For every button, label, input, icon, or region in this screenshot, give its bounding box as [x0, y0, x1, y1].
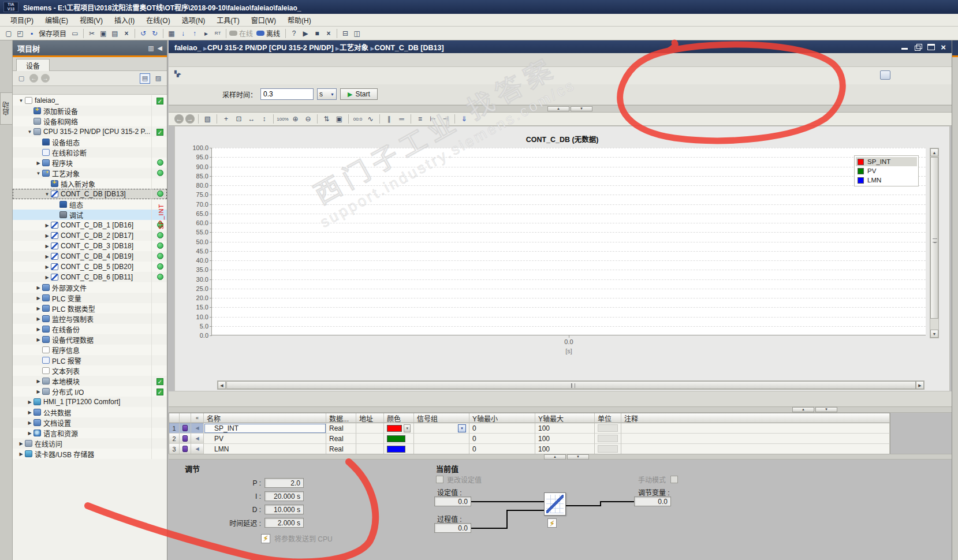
panel-toggle-icon[interactable]: ▥	[148, 44, 154, 52]
tree-item[interactable]: 文本列表	[13, 365, 167, 376]
horizontal-rulers-icon[interactable]: ═	[396, 114, 407, 124]
download-to-device-icon[interactable]: ↓	[178, 28, 188, 39]
paste-icon[interactable]: ▤	[110, 28, 120, 39]
menu-item[interactable]: 编辑(E)	[40, 14, 73, 26]
tree-item[interactable]: 调试	[13, 210, 167, 220]
cut-icon[interactable]: ✂	[87, 28, 97, 39]
split-editor-vertical-icon[interactable]: ◫	[352, 28, 362, 39]
delete-icon[interactable]: ×	[121, 28, 132, 39]
save-project-label[interactable]: 保存项目	[39, 28, 66, 38]
y-max-cell[interactable]: 100	[535, 423, 595, 434]
collapse-panel-icon[interactable]: ◀	[158, 44, 162, 52]
details-view-icon[interactable]: ▤	[140, 73, 150, 84]
tree-item[interactable]: ▶外部源文件	[13, 282, 167, 293]
tree-item[interactable]: 设备和网络	[13, 116, 167, 126]
go-online-icon[interactable]	[229, 31, 237, 36]
breadcrumb-part[interactable]: CPU 315-2 PN/DP [CPU 315-2 PN/DP]	[207, 44, 334, 52]
tree-item[interactable]: 插入新对象	[13, 178, 167, 189]
menu-item[interactable]: 项目(P)	[6, 14, 38, 26]
copy-icon[interactable]: ▣	[98, 28, 109, 39]
tree-item[interactable]: 在线和诊断	[13, 147, 167, 158]
legend-toggle-icon[interactable]: ≡	[415, 114, 426, 124]
breadcrumb-part[interactable]: 工艺对象	[340, 44, 368, 52]
tree-item[interactable]: ▶程序块	[13, 158, 167, 168]
splitter-down-icon[interactable]: ▼	[571, 106, 592, 111]
unit-cell[interactable]	[595, 444, 621, 454]
scroll-up-icon[interactable]: ▲	[930, 148, 938, 156]
caret-icon[interactable]: ▶	[26, 420, 33, 425]
zoom-100-icon[interactable]: 100%	[277, 114, 288, 124]
chevron-down-icon[interactable]: ▼	[458, 424, 466, 432]
tree-item[interactable]: ▶公共数据	[13, 407, 167, 417]
start-cpu-icon[interactable]: ▶	[300, 28, 311, 39]
new-item-icon[interactable]: ▢	[16, 73, 27, 84]
caret-icon[interactable]: ▼	[43, 192, 51, 197]
table-row[interactable]: 3◀LMNReal0100	[169, 444, 890, 454]
tree-item[interactable]: ▶监控与强制表	[13, 313, 167, 324]
table-row[interactable]: 2◀PVReal0100	[169, 434, 890, 444]
caret-icon[interactable]: ▶	[17, 441, 25, 446]
scroll-thumb[interactable]	[930, 157, 938, 319]
color-cell[interactable]	[384, 444, 414, 454]
comment-cell[interactable]	[621, 434, 890, 444]
open-project-icon[interactable]: ◰	[15, 28, 25, 39]
fit-chart-icon[interactable]: ▣	[334, 114, 345, 124]
caret-icon[interactable]: ▶	[26, 431, 33, 436]
pan-icon[interactable]: +	[221, 114, 232, 124]
legend-item[interactable]: PV	[856, 166, 917, 176]
tree-item[interactable]: ▼CPU 315-2 PN/DP [CPU 315-2 P...✓	[13, 126, 167, 137]
signal-name-cell[interactable]: PV	[204, 434, 326, 444]
signal-group-cell[interactable]	[414, 434, 469, 444]
chart-horizontal-scrollbar[interactable]: ◀ ▶	[217, 380, 925, 390]
unit-cell[interactable]	[595, 434, 621, 444]
caret-icon[interactable]: ▶	[17, 451, 25, 457]
sampling-unit-select[interactable]: s ▼	[317, 88, 337, 100]
caret-icon[interactable]: ▶	[43, 264, 51, 270]
chevron-down-icon[interactable]: ▼	[404, 424, 411, 432]
caret-icon[interactable]: ▶	[35, 379, 42, 384]
breadcrumb-part[interactable]: CONT_C_DB [DB13]	[374, 44, 443, 52]
splitter-down-icon[interactable]: ▼	[567, 454, 589, 460]
navigate-back-icon[interactable]: ←	[174, 114, 184, 124]
y-min-cell[interactable]: 0	[469, 444, 535, 454]
tree-item[interactable]: PLC 报警	[13, 355, 167, 365]
splitter-down-icon[interactable]: ▼	[815, 407, 837, 412]
signal-name-cell[interactable]: LMN	[204, 444, 326, 454]
signal-group-cell[interactable]: ▼	[414, 423, 469, 434]
horizontal-splitter[interactable]: ▲ ▼	[169, 454, 952, 460]
tree-item[interactable]: ▶文档设置	[13, 417, 167, 428]
forward-icon[interactable]: →	[41, 74, 50, 83]
caret-icon[interactable]: ▶	[43, 233, 51, 238]
caret-icon[interactable]: ▶	[35, 296, 42, 301]
zoom-in-icon[interactable]: ⊕	[290, 114, 301, 124]
menu-item[interactable]: 窗口(W)	[247, 14, 281, 26]
caret-icon[interactable]: ▶	[35, 306, 42, 311]
tree-item[interactable]: 程序信息	[13, 345, 167, 355]
address-cell[interactable]	[356, 423, 384, 434]
comment-cell[interactable]	[621, 444, 890, 454]
address-cell[interactable]	[356, 434, 384, 444]
upload-from-device-icon[interactable]: ↑	[189, 28, 200, 39]
redo-icon[interactable]: ↻	[150, 28, 160, 39]
tree-item[interactable]: ▶设备代理数据	[13, 334, 167, 345]
tree-item[interactable]: ▶在线访问	[13, 438, 167, 449]
simulation-rt-icon[interactable]: RT	[213, 28, 223, 39]
caret-icon[interactable]: ▶	[35, 160, 42, 166]
breadcrumb-part[interactable]: faleiao_	[174, 44, 202, 52]
menu-item[interactable]: 工具(T)	[212, 14, 244, 26]
cross-references-icon[interactable]: ×	[323, 28, 334, 39]
color-cell[interactable]	[384, 434, 414, 444]
menu-item[interactable]: 在线(O)	[141, 14, 174, 26]
horizontal-splitter[interactable]: ▲ ▼	[169, 105, 952, 113]
menu-item[interactable]: 帮助(H)	[283, 14, 316, 26]
tree-item[interactable]: ▶本地模块✓	[13, 376, 167, 386]
device-view-icon[interactable]: ▨	[153, 73, 163, 84]
menu-item[interactable]: 选项(N)	[177, 14, 210, 26]
go-online-label[interactable]: 在线	[239, 28, 253, 38]
undo-icon[interactable]: ↺	[138, 28, 148, 39]
caret-icon[interactable]: ▼	[17, 98, 25, 103]
rail-tab-start[interactable]: 启动	[0, 92, 12, 125]
display-options-icon[interactable]	[880, 70, 890, 80]
zoom-selection-icon[interactable]: ⊡	[233, 114, 244, 124]
fit-vertical-icon[interactable]: ⇅	[321, 114, 332, 124]
